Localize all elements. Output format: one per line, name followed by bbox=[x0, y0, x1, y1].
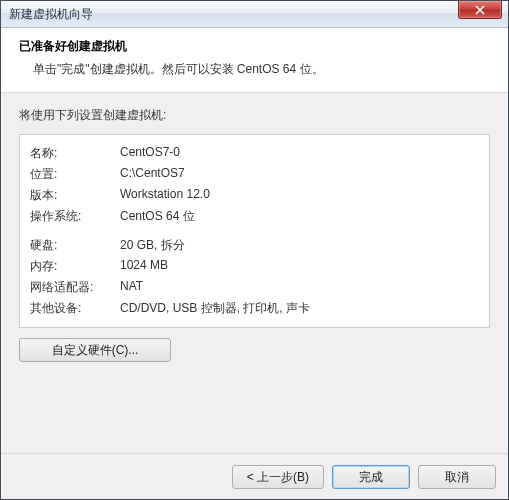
close-button[interactable] bbox=[458, 1, 502, 19]
label: 内存: bbox=[30, 258, 120, 275]
label: 网络适配器: bbox=[30, 279, 120, 296]
value: 20 GB, 拆分 bbox=[120, 237, 479, 254]
setting-network: 网络适配器: NAT bbox=[30, 277, 479, 298]
setting-version: 版本: Workstation 12.0 bbox=[30, 185, 479, 206]
label: 版本: bbox=[30, 187, 120, 204]
finish-button[interactable]: 完成 bbox=[332, 465, 410, 489]
label: 位置: bbox=[30, 166, 120, 183]
header-title: 已准备好创建虚拟机 bbox=[19, 38, 490, 55]
setting-memory: 内存: 1024 MB bbox=[30, 256, 479, 277]
value: C:\CentOS7 bbox=[120, 166, 479, 183]
setting-other: 其他设备: CD/DVD, USB 控制器, 打印机, 声卡 bbox=[30, 298, 479, 319]
back-button[interactable]: < 上一步(B) bbox=[232, 465, 324, 489]
label: 操作系统: bbox=[30, 208, 120, 225]
setting-location: 位置: C:\CentOS7 bbox=[30, 164, 479, 185]
value: CD/DVD, USB 控制器, 打印机, 声卡 bbox=[120, 300, 479, 317]
wizard-window: 新建虚拟机向导 已准备好创建虚拟机 单击"完成"创建虚拟机。然后可以安装 Cen… bbox=[0, 0, 509, 500]
header-subtitle: 单击"完成"创建虚拟机。然后可以安装 CentOS 64 位。 bbox=[19, 61, 490, 78]
customize-hardware-button[interactable]: 自定义硬件(C)... bbox=[19, 338, 171, 362]
value: Workstation 12.0 bbox=[120, 187, 479, 204]
window-title: 新建虚拟机向导 bbox=[9, 6, 93, 23]
label: 其他设备: bbox=[30, 300, 120, 317]
value: NAT bbox=[120, 279, 479, 296]
wizard-header: 已准备好创建虚拟机 单击"完成"创建虚拟机。然后可以安装 CentOS 64 位… bbox=[1, 28, 508, 93]
value: CentOS7-0 bbox=[120, 145, 479, 162]
label: 名称: bbox=[30, 145, 120, 162]
cancel-button[interactable]: 取消 bbox=[418, 465, 496, 489]
setting-disk: 硬盘: 20 GB, 拆分 bbox=[30, 235, 479, 256]
titlebar: 新建虚拟机向导 bbox=[1, 1, 508, 28]
value: 1024 MB bbox=[120, 258, 479, 275]
label: 硬盘: bbox=[30, 237, 120, 254]
lead-text: 将使用下列设置创建虚拟机: bbox=[19, 107, 490, 124]
spacer bbox=[30, 227, 479, 235]
setting-name: 名称: CentOS7-0 bbox=[30, 143, 479, 164]
wizard-body: 将使用下列设置创建虚拟机: 名称: CentOS7-0 位置: C:\CentO… bbox=[1, 93, 508, 453]
wizard-footer: < 上一步(B) 完成 取消 bbox=[1, 453, 508, 499]
settings-panel: 名称: CentOS7-0 位置: C:\CentOS7 版本: Worksta… bbox=[19, 134, 490, 328]
setting-os: 操作系统: CentOS 64 位 bbox=[30, 206, 479, 227]
close-icon bbox=[475, 5, 485, 15]
value: CentOS 64 位 bbox=[120, 208, 479, 225]
